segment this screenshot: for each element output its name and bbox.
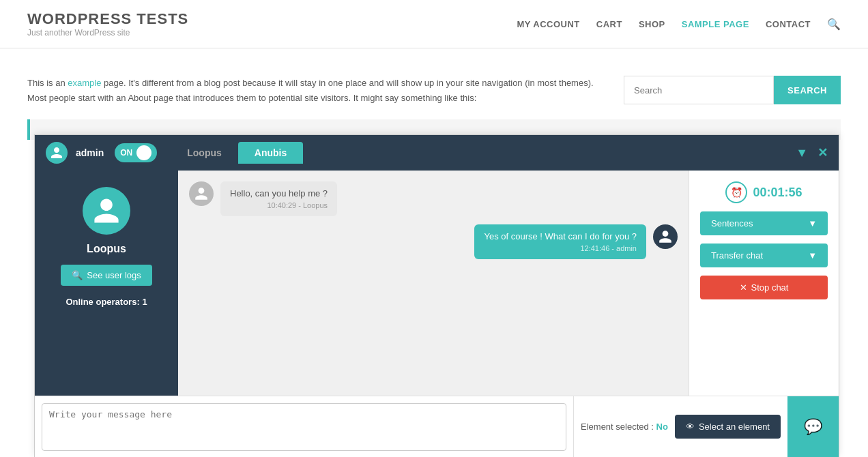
chat-header: admin ON Loopus Anubis ▼ ✕	[35, 135, 839, 140]
nav-my-account[interactable]: MY ACCOUNT	[517, 19, 579, 29]
content-text: This is an example page. It's different …	[27, 76, 603, 106]
search-icon[interactable]: 🔍	[827, 18, 841, 31]
content-text-before: This is an	[27, 78, 68, 88]
chat-widget: admin ON Loopus Anubis ▼ ✕ Loopus 🔍 See …	[34, 134, 839, 140]
nav-cart[interactable]: CART	[596, 19, 622, 29]
site-tagline: Just another WordPress site	[27, 28, 188, 38]
search-area: SEARCH	[624, 76, 841, 104]
main-nav: MY ACCOUNT CART SHOP SAMPLE PAGE CONTACT…	[517, 18, 841, 31]
example-link[interactable]: example	[68, 78, 101, 88]
nav-contact[interactable]: CONTACT	[766, 19, 811, 29]
search-input[interactable]	[624, 76, 774, 104]
site-title: WORDPRESS TESTS	[27, 10, 188, 28]
main-content: This is an example page. It's different …	[0, 48, 868, 119]
content-text-after: page. It's different from a blog post be…	[27, 78, 594, 103]
search-button[interactable]: SEARCH	[774, 76, 841, 104]
nav-shop[interactable]: SHOP	[639, 19, 665, 29]
site-branding: WORDPRESS TESTS Just another WordPress s…	[27, 10, 188, 38]
site-header: WORDPRESS TESTS Just another WordPress s…	[0, 0, 868, 48]
nav-sample-page[interactable]: SAMPLE PAGE	[682, 19, 749, 29]
